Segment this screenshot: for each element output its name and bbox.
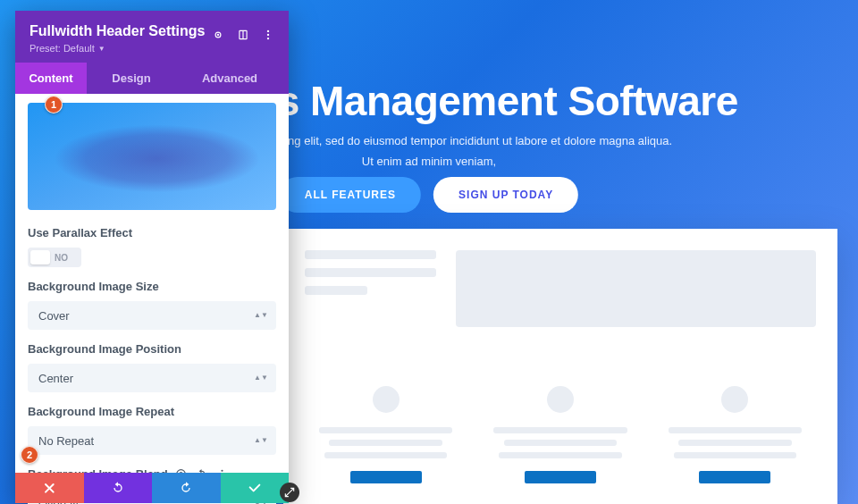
responsive-icon[interactable] <box>231 23 255 46</box>
cancel-button[interactable] <box>15 473 84 503</box>
parallax-label: Use Parallax Effect <box>28 226 276 239</box>
tab-advanced[interactable]: Advanced <box>176 63 283 94</box>
all-features-button[interactable]: ALL FEATURES <box>280 177 421 213</box>
bg-size-label: Background Image Size <box>28 280 276 293</box>
tab-content[interactable]: Content <box>15 63 87 94</box>
hero-buttons: ALL FEATURES SIGN UP TODAY <box>280 177 578 213</box>
select-arrows-icon: ▲▼ <box>255 312 267 319</box>
redo-button[interactable] <box>152 473 221 503</box>
svg-point-3 <box>267 30 269 32</box>
svg-point-4 <box>267 34 269 36</box>
background-image-thumbnail[interactable] <box>28 103 276 210</box>
panel-header: Fullwidth Header Settings Preset: Defaul… <box>15 11 289 63</box>
parallax-toggle[interactable]: NO <box>28 248 81 267</box>
bg-size-select[interactable]: Cover▲▼ <box>28 301 276 330</box>
select-arrows-icon: ▲▼ <box>255 374 267 382</box>
bg-position-select[interactable]: Center▲▼ <box>28 364 276 392</box>
more-icon[interactable] <box>257 23 280 46</box>
panel-body: Use Parallax Effect NO Background Image … <box>15 94 289 473</box>
annotation-badge-1: 1 <box>45 96 63 113</box>
tab-design[interactable]: Design <box>87 63 176 94</box>
wireframe-preview <box>283 229 837 504</box>
drag-handle-icon[interactable] <box>280 483 299 502</box>
annotation-badge-2: 2 <box>21 446 38 464</box>
bg-repeat-select[interactable]: No Repeat▲▼ <box>28 426 276 455</box>
bg-repeat-label: Background Image Repeat <box>28 405 276 418</box>
panel-footer <box>15 473 289 503</box>
save-button[interactable] <box>221 473 290 503</box>
select-arrows-icon: ▲▼ <box>255 437 267 444</box>
panel-tabs: Content Design Advanced <box>15 63 289 94</box>
svg-point-0 <box>217 34 219 36</box>
undo-button[interactable] <box>84 473 153 503</box>
settings-panel: Fullwidth Header Settings Preset: Defaul… <box>15 11 289 503</box>
bg-position-label: Background Image Position <box>28 342 276 356</box>
svg-point-5 <box>267 38 269 39</box>
sign-up-button[interactable]: SIGN UP TODAY <box>433 177 578 213</box>
svg-point-8 <box>221 470 223 472</box>
help-icon[interactable] <box>206 23 230 46</box>
chevron-down-icon: ▼ <box>98 45 105 53</box>
